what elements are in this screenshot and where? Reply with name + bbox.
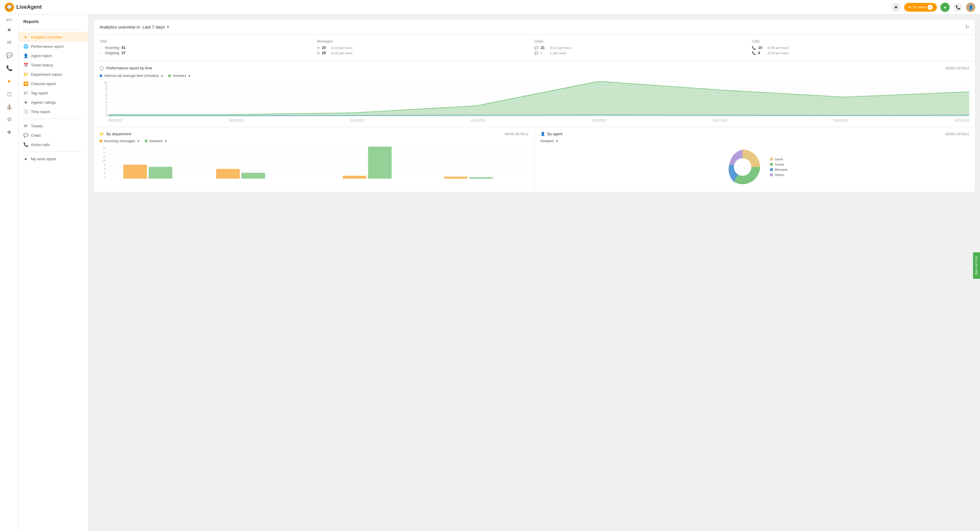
- nav-time-label: Time report: [31, 109, 50, 114]
- sidebar-percentage: 80%: [6, 18, 12, 22]
- sidebar-chat-icon[interactable]: 💬: [3, 49, 15, 61]
- phone-icon[interactable]: 📞: [953, 3, 963, 12]
- pie-legend-others: Others: [770, 173, 788, 177]
- dept-legend-incoming[interactable]: Incoming messages ▼: [99, 139, 140, 143]
- sidebar-phone-icon[interactable]: 📞: [3, 62, 15, 74]
- agent-chart: 👤 By agent MORE DETAILS Answers ▼: [535, 127, 975, 192]
- nav-active-calls[interactable]: 📞 Active calls: [19, 140, 88, 149]
- svg-rect-23: [216, 169, 240, 179]
- tosolve-button[interactable]: ✉ To solve 1: [904, 3, 937, 12]
- nav-analytics-icon: ●: [23, 35, 28, 40]
- outgoing-label: Outgoing: [105, 51, 119, 55]
- sidebar-reports-icon[interactable]: ◫: [3, 88, 15, 100]
- msg-out-icon: ✉: [317, 51, 320, 55]
- nav-dept-label: Department report: [31, 72, 62, 77]
- agent-title: 👤 By agent: [541, 132, 562, 136]
- pie-chart-svg: [722, 147, 763, 187]
- legend-answers-arrow: ▼: [188, 74, 191, 78]
- nav-my-work-report[interactable]: ● My work report: [19, 154, 88, 163]
- nav-analytics-label: Analytics overview: [31, 35, 62, 40]
- status-icon[interactable]: ●: [940, 3, 950, 12]
- sidebar-analytics-icon[interactable]: ●: [3, 75, 15, 87]
- sidebar-tickets-icon[interactable]: ✉: [3, 37, 15, 48]
- outgoing-total: 37: [122, 51, 129, 55]
- nav-performance-icon: 🌐: [23, 44, 28, 49]
- nav-agent-report[interactable]: 👤 Agent report: [19, 51, 88, 60]
- nav-agent-icon: 👤: [23, 53, 28, 58]
- svg-rect-28: [469, 177, 493, 179]
- date-range-label: Last 7 days: [142, 24, 165, 29]
- calls-incoming: 📞 10 (0.05 per hour): [752, 46, 969, 50]
- nav-mywork-label: My work report: [31, 157, 56, 161]
- nav-channel-report[interactable]: 🔽 Channel report: [19, 79, 88, 88]
- sidebar-dashboard-icon[interactable]: ■: [3, 24, 15, 36]
- pie-label-laura: Laura: [775, 157, 783, 161]
- perf-legend: Internal call average time (minutes) ▼ A…: [99, 74, 969, 78]
- topbar-right: ✚ ✉ To solve 1 ● 📞 👤: [891, 3, 975, 12]
- msg-out-num: 29: [322, 51, 329, 55]
- add-icon[interactable]: ✚: [891, 3, 900, 12]
- nav-calls-icon: 📞: [23, 142, 28, 147]
- nav-time-report[interactable]: 🕐 Time report: [19, 107, 88, 116]
- refresh-button[interactable]: ↻: [966, 24, 969, 30]
- nav-tag-report[interactable]: 🏷 Tag report: [19, 88, 88, 98]
- pie-dot-others: [770, 173, 773, 176]
- chat-in-rate: (0.11 per hour): [550, 46, 571, 49]
- dept-title: 📁 By department: [99, 132, 131, 136]
- pie-legend-laura: Laura: [770, 157, 788, 161]
- pie-legend-tomas: Tomas: [770, 163, 788, 166]
- legend-calls[interactable]: Internal call average time (minutes) ▼: [99, 74, 163, 78]
- nav-mywork-icon: ●: [23, 157, 28, 161]
- nav-dept-icon: 📁: [23, 72, 28, 77]
- svg-rect-21: [123, 165, 147, 179]
- chat-in-num: 21: [541, 46, 548, 50]
- dropdown-arrow-icon: ▼: [167, 25, 169, 29]
- live-help-button[interactable]: Get Live Help: [973, 252, 980, 279]
- dept-incoming-dot: [99, 139, 102, 143]
- incoming-label: Incoming: [105, 46, 119, 50]
- dept-legend-answers[interactable]: Answers ▼: [145, 139, 167, 143]
- calls-in-num: 10: [758, 46, 765, 50]
- outgoing-arrow-icon: ←: [99, 51, 103, 55]
- nav-ticket-label: Ticket history: [31, 63, 53, 67]
- agent-answers-dropdown[interactable]: Answers ▼: [541, 139, 558, 143]
- outgoing-stat: ← Outgoing 37: [99, 51, 317, 55]
- chat-outgoing: 💬 - (- per hour): [535, 51, 752, 55]
- legend-answers[interactable]: Answers ▼: [168, 74, 191, 78]
- date-range-dropdown[interactable]: Last 7 days ▼: [142, 24, 169, 29]
- nav-divider-1: [23, 30, 84, 30]
- nav-calls-label: Active calls: [31, 143, 50, 147]
- nav-ratings-icon: ★: [23, 100, 28, 105]
- dept-answers-arrow: ▼: [164, 139, 167, 143]
- dept-title-text: By department: [107, 132, 131, 136]
- avatar[interactable]: 👤: [966, 3, 975, 12]
- pie-dot-tomas: [770, 163, 773, 166]
- nav-department-report[interactable]: 📁 Department report: [19, 70, 88, 79]
- incoming-arrow-icon: →: [99, 46, 103, 49]
- nav-analytics-overview[interactable]: ● Analytics overview: [19, 32, 88, 42]
- nav-ratings-label: Agents' ratings: [31, 100, 56, 105]
- nav-chats[interactable]: 💬 Chats: [19, 130, 88, 140]
- nav-agents-ratings[interactable]: ★ Agents' ratings: [19, 98, 88, 107]
- sidebar-settings-icon[interactable]: ⚙: [3, 114, 15, 125]
- pie-area: Laura Tomas Michaela Others: [541, 147, 969, 187]
- logo[interactable]: 💬 LiveAgent: [5, 3, 42, 12]
- agent-more-details[interactable]: MORE DETAILS: [946, 132, 969, 136]
- calls-in-rate: (0.05 per hour): [768, 46, 789, 49]
- stats-messages: Messages ✉ 20 (0.10 per hour) ✉ 29 (0.15…: [317, 40, 535, 56]
- sidebar-add-icon[interactable]: ✚: [3, 127, 15, 138]
- nav-ticket-history[interactable]: 📅 Ticket history: [19, 60, 88, 70]
- incoming-stat: → Incoming 51: [99, 46, 317, 50]
- nav-tickets-label: Tickets: [31, 124, 43, 128]
- sidebar-bank-icon[interactable]: ⛪: [3, 101, 15, 113]
- dept-more-details[interactable]: MORE DETAILS: [504, 132, 528, 136]
- stats-row: Total → Incoming 51 ← Outgoing 37 Messag…: [94, 35, 975, 61]
- perf-more-details[interactable]: MORE DETAILS: [946, 67, 969, 70]
- agent-dropdown-row: Answers ▼: [541, 139, 969, 143]
- nav-performance-report[interactable]: 🌐 Performance report: [19, 42, 88, 51]
- nav-tickets[interactable]: ✉ Tickets: [19, 121, 88, 130]
- calls-out-num: 8: [758, 51, 765, 55]
- left-nav: Reports ● Analytics overview 🌐 Performan…: [19, 14, 89, 531]
- agent-answers-label: Answers: [541, 139, 554, 143]
- msg-in-num: 20: [322, 46, 329, 50]
